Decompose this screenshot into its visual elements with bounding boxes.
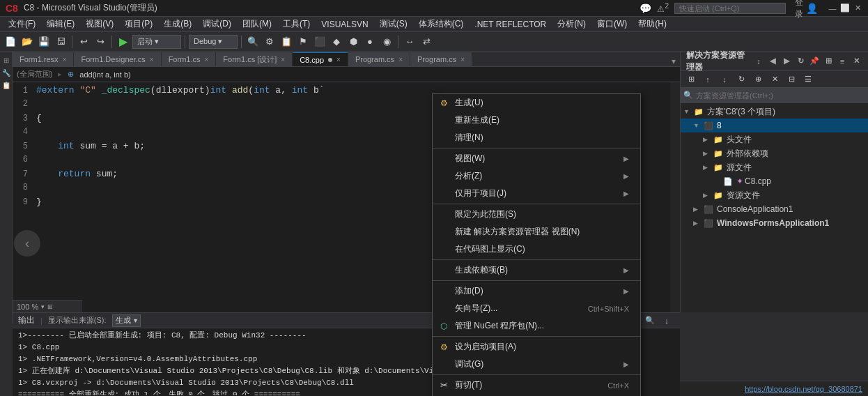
menu-item-test[interactable]: 测试(S) [374, 17, 413, 31]
sol-tb1[interactable]: ⊞ [683, 72, 699, 87]
minimize-button[interactable]: — [828, 3, 837, 13]
menu-item-analyze[interactable]: 分析(N) [552, 17, 591, 31]
sol-fwd-btn[interactable]: ▶ [780, 55, 793, 68]
tab-3[interactable]: Form1.cs [设计]× [216, 52, 293, 66]
tree-res-files[interactable]: ▶ 📁 资源文件 [681, 188, 868, 202]
quick-launch-input[interactable] [674, 3, 786, 14]
ctx-view[interactable]: 视图(W) ▶ [433, 150, 640, 167]
ctx-debug[interactable]: 调试(G) ▶ [433, 356, 640, 373]
ctx-build[interactable]: ⚙ 生成(U) [433, 94, 640, 112]
toolbar-btn2[interactable]: 📋 [279, 34, 294, 50]
tree-src-files[interactable]: ▶ 📁 源文件 [681, 160, 868, 174]
toolbar-btn4[interactable]: ⬛ [312, 34, 327, 50]
ctx-new-sol-view[interactable]: 新建 解决方案资源管理器 视图(N) [433, 223, 640, 241]
debug-config-dropdown[interactable]: C8.cpp 启动 ▾ [132, 35, 181, 49]
menu-item-team[interactable]: 团队(M) [237, 17, 277, 31]
restore-button[interactable]: ⬜ [840, 3, 850, 13]
menu-item-build[interactable]: 生成(B) [158, 17, 197, 31]
breadcrumb-label[interactable]: add(int a, int b) [79, 70, 130, 79]
toolbar-btn9[interactable]: ↔ [402, 34, 417, 50]
sol-filter-btn[interactable]: ≡ [836, 55, 848, 68]
menu-item-window[interactable]: 窗口(W) [591, 17, 633, 31]
menu-item-visualsvn[interactable]: VISUALSVN [316, 18, 373, 31]
sol-tb4[interactable]: ↻ [734, 72, 749, 87]
tree-console-app[interactable]: ▶ ⬛ ConsoleApplication1 [681, 202, 868, 216]
sol-tb3[interactable]: ↓ [717, 72, 732, 87]
ctx-code-map[interactable]: 在代码图上显示(C) [433, 241, 640, 258]
sol-refresh-btn[interactable]: ↻ [794, 55, 807, 68]
sol-tb7[interactable]: ⊟ [784, 72, 799, 87]
sidebar-props-icon[interactable]: 📋 [1, 79, 12, 91]
tree-headers[interactable]: ▶ 📁 头文件 [681, 132, 868, 146]
menu-item-edit[interactable]: 编辑(E) [41, 17, 80, 31]
tab-5[interactable]: Program.cs× [348, 52, 410, 66]
menu-item-reflector[interactable]: .NET REFLECTOR [469, 18, 552, 31]
chat-icon[interactable]: 💬 [640, 3, 651, 14]
ctx-clean[interactable]: 清理(N) [433, 129, 640, 146]
sol-tb2[interactable]: ↑ [700, 72, 715, 87]
tab-close-5[interactable]: × [398, 56, 403, 63]
menu-item-help[interactable]: 帮助(H) [633, 17, 672, 31]
menu-item-view[interactable]: 视图(V) [80, 17, 119, 31]
login-link[interactable]: 登录 [794, 3, 804, 13]
tab-close-6[interactable]: × [460, 56, 465, 63]
notification-badge[interactable]: ⚠2 [657, 2, 669, 14]
menu-item-debug[interactable]: 调试(D) [197, 17, 237, 31]
tab-close-2[interactable]: × [204, 56, 208, 63]
menu-item-file[interactable]: 文件(F) [3, 17, 41, 31]
sol-back-btn[interactable]: ◀ [766, 55, 779, 68]
open-file-btn[interactable]: 📂 [20, 34, 35, 50]
save-all-btn[interactable]: 🖫 [53, 34, 68, 50]
ctx-build-deps[interactable]: 生成依赖项(B) ▶ [433, 261, 640, 279]
toolbar-btn6[interactable]: ⬢ [346, 34, 361, 50]
menu-item-project[interactable]: 项目(P) [119, 17, 158, 31]
out-auto-scroll-btn[interactable]: ↓ [659, 313, 674, 328]
ctx-project-only[interactable]: 仅用于项目(J) ▶ [433, 185, 640, 202]
sol-sync-btn[interactable]: ↕ [752, 55, 765, 68]
tree-c8-cpp[interactable]: 📄 ✦ C8.cpp [681, 174, 868, 188]
toolbar-btn1[interactable]: ⚙ [262, 34, 277, 50]
tab-2[interactable]: Form1.cs× [162, 52, 217, 66]
sol-search-input[interactable] [696, 91, 865, 100]
ctx-scope[interactable]: 限定为此范围(S) [433, 206, 640, 223]
ctx-nuget[interactable]: ⬡ 管理 NuGet 程序包(N)... [433, 317, 640, 335]
toolbar-btn5[interactable]: ◆ [329, 34, 344, 50]
sidebar-toolbox-icon[interactable]: 🔧 [1, 67, 12, 78]
solution-config-dropdown[interactable]: Debug ▾ [189, 35, 238, 49]
toolbar-btn8[interactable]: ◉ [379, 34, 394, 50]
ctx-analyze[interactable]: 分析(Z) ▶ [433, 167, 640, 185]
start-debug-btn[interactable]: ▶ [116, 34, 131, 50]
output-source-dropdown[interactable]: 生成 ▾ [112, 314, 141, 327]
sol-close-btn[interactable]: ✕ [850, 55, 862, 68]
undo-btn[interactable]: ↩ [76, 34, 91, 50]
tab-overflow-btn[interactable]: ▾ [667, 56, 680, 66]
sol-tb6[interactable]: ✕ [767, 72, 782, 87]
ctx-rebuild[interactable]: 重新生成(E) [433, 112, 640, 129]
sidebar-server-icon[interactable]: ⊞ [1, 54, 12, 66]
tree-project-c8[interactable]: ▼ ⬛ 8 [681, 119, 868, 132]
toolbar-btn3[interactable]: ⚑ [295, 34, 311, 50]
out-find-btn[interactable]: 🔍 [642, 313, 658, 328]
ctx-set-startup[interactable]: ⚙ 设为启动项目(A) [433, 338, 640, 356]
website-link[interactable]: https://blog.csdn.net/qq_30680871 [745, 385, 862, 393]
zoom-dropdown-icon[interactable]: ▾ [41, 303, 45, 310]
tree-winforms-app[interactable]: ▶ ⬛ WindowsFormsApplication1 [681, 216, 868, 230]
tab-4[interactable]: C8.cpp× [293, 52, 348, 66]
tab-close-3[interactable]: × [281, 56, 285, 63]
ctx-wizard[interactable]: 矢向导(Z)... Ctrl+Shift+X [433, 300, 640, 317]
tab-close-0[interactable]: × [63, 56, 67, 63]
new-file-btn[interactable]: 📄 [3, 34, 18, 50]
toolbar-btn10[interactable]: ⇄ [419, 34, 434, 50]
tab-6[interactable]: Program.cs× [410, 52, 472, 66]
toolbar-btn7[interactable]: ● [362, 34, 378, 50]
sol-pin-btn[interactable]: 📌 [808, 55, 821, 68]
editor-back-button[interactable]: ‹ [14, 230, 40, 257]
find-btn[interactable]: 🔍 [245, 34, 261, 50]
tab-close-1[interactable]: × [150, 56, 154, 63]
redo-btn[interactable]: ↪ [93, 34, 108, 50]
sol-tb8[interactable]: ☰ [800, 72, 816, 87]
menu-item-tools[interactable]: 工具(T) [277, 17, 316, 31]
ctx-add[interactable]: 添加(D) ▶ [433, 282, 640, 300]
tree-ext-deps[interactable]: ▶ 📁 外部依赖项 [681, 146, 868, 160]
sol-tb5[interactable]: ⊕ [750, 72, 766, 87]
